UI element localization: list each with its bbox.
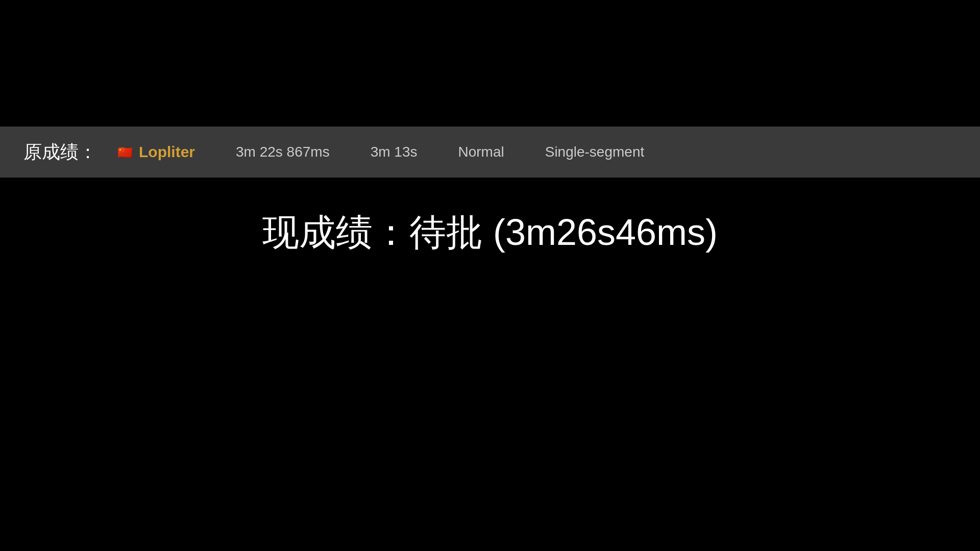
bottom-section: 现成绩：待批 (3m26s46ms) — [0, 178, 980, 551]
record-bar: 原成绩： 🇨🇳 Lopliter 3m 22s 867ms 3m 13s Nor… — [0, 127, 980, 178]
top-black-area — [0, 0, 980, 127]
time-secondary: 3m 13s — [371, 144, 418, 160]
player-flag: 🇨🇳 — [117, 146, 134, 158]
time-primary: 3m 22s 867ms — [236, 144, 330, 160]
player-username: Lopliter — [139, 143, 195, 161]
record-label-text: 原成绩： — [23, 140, 97, 165]
record-label: 原成绩： — [20, 140, 97, 165]
current-score-text: 现成绩：待批 (3m26s46ms) — [262, 208, 718, 257]
player-name: 🇨🇳 Lopliter — [117, 143, 195, 161]
mode-value: Normal — [458, 144, 504, 160]
segment-value: Single-segment — [545, 144, 645, 160]
